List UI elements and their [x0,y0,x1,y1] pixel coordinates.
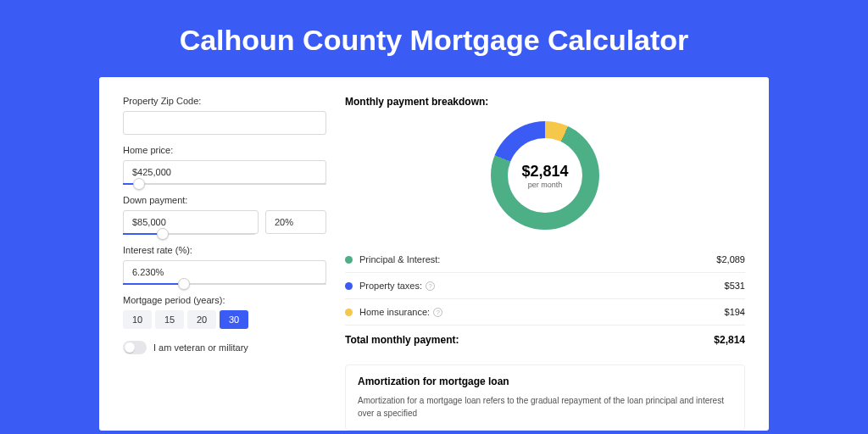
donut-chart: $2,814 per month [491,121,599,230]
donut-chart-wrap: $2,814 per month [345,116,745,247]
calculator-card: Property Zip Code: Home price: Down paym… [99,77,769,431]
slider-thumb[interactable] [157,228,169,240]
down-payment-input[interactable] [123,210,259,234]
home-price-label: Home price: [123,145,326,155]
period-field: Mortgage period (years): 10 15 20 30 [123,295,326,329]
breakdown-panel: Monthly payment breakdown: $2,814 per mo… [345,96,745,431]
item-value: $194 [725,307,745,317]
total-row: Total monthly payment: $2,814 [345,326,745,358]
item-insurance: Home insurance: ? $194 [345,299,745,326]
item-label: Home insurance: ? [359,307,725,317]
interest-slider[interactable] [123,283,326,285]
zip-field: Property Zip Code: [123,96,326,135]
down-payment-pct-input[interactable] [265,210,326,234]
item-label-text: Property taxes: [359,281,422,291]
dot-icon [345,309,353,316]
dot-icon [345,256,353,264]
period-30[interactable]: 30 [220,310,248,329]
item-value: $531 [725,281,745,291]
veteran-label: I am veteran or military [153,342,248,353]
home-price-slider[interactable] [123,183,326,185]
down-payment-field: Down payment: [123,195,326,235]
interest-input[interactable] [123,260,326,284]
interest-field: Interest rate (%): [123,245,326,285]
item-taxes: Property taxes: ? $531 [345,273,745,299]
period-10[interactable]: 10 [123,310,152,329]
total-value: $2,814 [714,334,745,346]
donut-value: $2,814 [521,163,568,181]
slider-thumb[interactable] [133,178,145,190]
item-label: Principal & Interest: [359,254,716,264]
donut-center: $2,814 per month [491,121,599,230]
slider-thumb[interactable] [178,278,190,290]
veteran-toggle[interactable] [123,341,147,354]
info-icon[interactable]: ? [433,308,442,317]
item-label: Property taxes: ? [359,281,725,291]
item-value: $2,089 [716,254,745,264]
zip-label: Property Zip Code: [123,96,326,106]
page-title: Calhoun County Mortgage Calculator [0,0,868,77]
dot-icon [345,282,353,290]
period-15[interactable]: 15 [155,310,184,329]
home-price-field: Home price: [123,145,326,185]
amortization-box: Amortization for mortgage loan Amortizat… [345,364,745,431]
down-payment-slider[interactable] [123,233,255,235]
info-icon[interactable]: ? [426,281,435,291]
total-label: Total monthly payment: [345,334,459,346]
home-price-input[interactable] [123,160,326,184]
amortization-text: Amortization for a mortgage loan refers … [358,394,732,420]
donut-sublabel: per month [528,181,563,189]
interest-label: Interest rate (%): [123,245,326,255]
zip-input[interactable] [123,111,326,135]
item-principal: Principal & Interest: $2,089 [345,247,745,273]
veteran-row: I am veteran or military [123,341,326,354]
amortization-title: Amortization for mortgage loan [358,376,732,387]
period-buttons: 10 15 20 30 [123,310,326,329]
form-panel: Property Zip Code: Home price: Down paym… [123,96,326,431]
period-20[interactable]: 20 [187,310,216,329]
item-label-text: Home insurance: [359,307,430,317]
period-label: Mortgage period (years): [123,295,326,305]
breakdown-title: Monthly payment breakdown: [345,96,745,108]
down-payment-label: Down payment: [123,195,326,205]
